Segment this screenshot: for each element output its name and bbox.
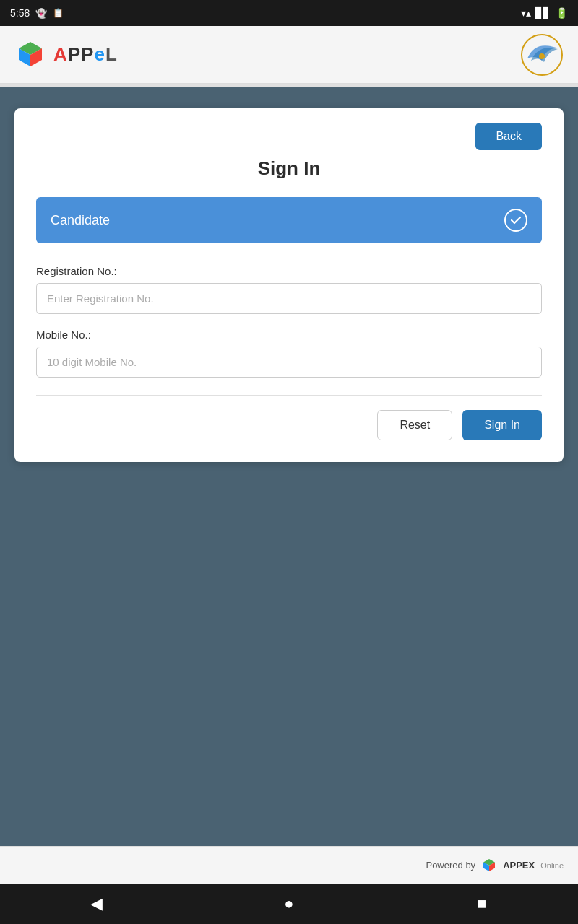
app-header: APPeL [0, 26, 578, 84]
status-time: 5:58 👻 📋 [10, 7, 64, 19]
footer: Powered by APPEX Online [0, 846, 578, 884]
check-circle-icon [504, 209, 527, 232]
card-top-row: Back [36, 123, 542, 150]
time-display: 5:58 [10, 7, 30, 19]
registration-input[interactable] [36, 283, 542, 314]
app-name: APPeL [53, 43, 118, 66]
registration-label: Registration No.: [36, 265, 542, 277]
nav-back-button[interactable]: ◀ [78, 886, 114, 922]
signin-button[interactable]: Sign In [462, 410, 542, 440]
sign-in-title: Sign In [36, 157, 542, 180]
svg-point-4 [539, 53, 545, 59]
sd-icon: 📋 [53, 8, 64, 18]
status-icons: ▾▴ ▊▋ 🔋 [521, 7, 568, 19]
status-bar: 5:58 👻 📋 ▾▴ ▊▋ 🔋 [0, 0, 578, 26]
main-content: Back Sign In Candidate Registration No.:… [0, 87, 578, 846]
app-logo: APPeL [14, 39, 118, 71]
footer-brand-text: APPEX [503, 860, 535, 871]
mobile-label: Mobile No.: [36, 328, 542, 341]
powered-by-text: Powered by [426, 860, 475, 871]
candidate-label: Candidate [51, 213, 110, 228]
battery-icon: 🔋 [556, 7, 568, 19]
footer-cube-icon [481, 858, 497, 873]
reset-button[interactable]: Reset [377, 410, 452, 440]
registration-group: Registration No.: [36, 265, 542, 314]
back-button[interactable]: Back [475, 123, 542, 150]
cube-icon [14, 39, 46, 71]
signal-icon: ▊▋ [535, 7, 551, 19]
form-divider [36, 395, 542, 396]
footer-brand-sub: Online [540, 861, 564, 870]
nav-bar: ◀ ● ■ [0, 884, 578, 924]
nav-recents-button[interactable]: ■ [464, 886, 500, 922]
powered-by: Powered by APPEX Online [426, 858, 564, 873]
header-emblem [520, 33, 564, 77]
ghost-icon: 👻 [35, 8, 47, 19]
action-row: Reset Sign In [36, 410, 542, 440]
mobile-input[interactable] [36, 346, 542, 378]
wifi-icon: ▾▴ [521, 7, 531, 19]
nav-home-button[interactable]: ● [271, 886, 307, 922]
mobile-group: Mobile No.: [36, 328, 542, 378]
candidate-selector[interactable]: Candidate [36, 197, 542, 243]
signin-card: Back Sign In Candidate Registration No.:… [14, 108, 564, 462]
